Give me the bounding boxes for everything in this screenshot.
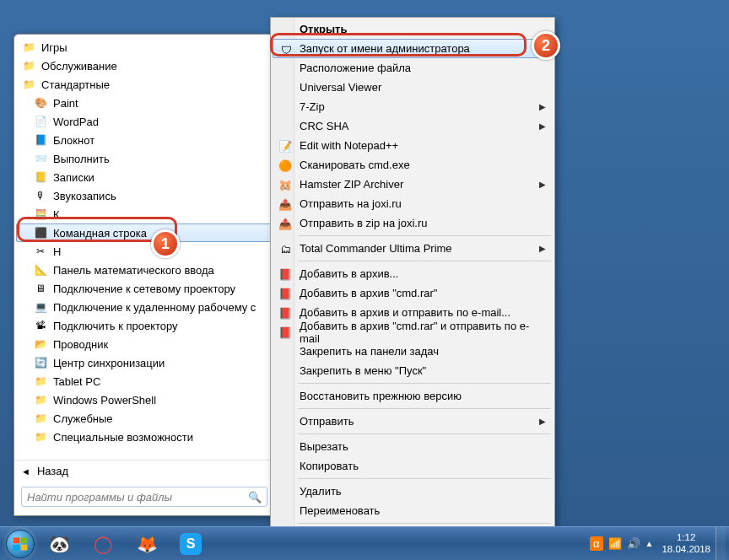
context-menu-item[interactable]: 🗂Total Commander Ultima Prime▶ <box>273 239 553 258</box>
taskbar-app-panda[interactable]: 🐼 <box>38 529 80 559</box>
context-menu-separator <box>298 408 551 409</box>
context-menu-item[interactable]: 📕Добавить в архив... <box>273 264 553 283</box>
start-menu-program[interactable]: 🖥Подключение к сетевому проектору <box>16 279 273 298</box>
svg-rect-1 <box>21 537 28 543</box>
context-menu-item-label: Добавить в архив "cmd.rar" и отправить п… <box>300 320 537 345</box>
start-menu-program[interactable]: 📨Выполнить <box>16 149 273 168</box>
program-icon: 💻 <box>33 300 48 314</box>
program-label: Проводник <box>53 338 108 351</box>
context-menu-item[interactable]: Universal Viewer <box>273 78 553 97</box>
context-menu-item-label: Отправить в zip на joxi.ru <box>300 217 428 229</box>
program-label: Подключение к удаленному рабочему с <box>53 301 256 314</box>
start-menu-program[interactable]: 📄WordPad <box>16 112 273 131</box>
context-menu-item[interactable]: Копировать <box>273 456 553 476</box>
folder-icon: 📁 <box>21 40 36 54</box>
submenu-arrow-icon: ▶ <box>539 102 546 111</box>
context-menu-item-label: Копировать <box>300 460 359 472</box>
program-label: Командная строка <box>53 227 147 240</box>
tray-network-icon[interactable]: 📶 <box>608 537 622 550</box>
context-menu-item[interactable]: Переименовать <box>273 501 553 520</box>
context-menu-item-label: Удалить <box>300 485 342 498</box>
start-menu-program[interactable]: 📘Блокнот <box>16 131 273 149</box>
svg-rect-2 <box>14 544 20 550</box>
context-menu-item-icon: 📕 <box>278 267 293 282</box>
context-menu-item[interactable]: 🐹Hamster ZIP Archiver▶ <box>273 175 553 194</box>
opera-icon: ◯ <box>91 532 115 556</box>
context-menu-item[interactable]: 📤Отправить в zip на joxi.ru <box>273 213 553 233</box>
context-menu-item[interactable]: 📕Добавить в архив "cmd.rar" и отправить … <box>273 322 553 342</box>
context-menu-item[interactable]: Закрепить в меню "Пуск" <box>273 361 553 380</box>
start-menu-program[interactable]: ⬛Командная строка <box>16 223 273 242</box>
svg-rect-0 <box>14 537 20 543</box>
context-menu-item[interactable]: CRC SHA▶ <box>273 116 553 136</box>
program-label: Записки <box>53 171 94 184</box>
context-menu-item[interactable]: Вырезать <box>273 437 553 456</box>
back-button[interactable]: ◄ Назад <box>14 460 274 482</box>
start-menu-program[interactable]: 🧮К <box>16 205 273 223</box>
program-icon: 📂 <box>33 337 48 351</box>
start-menu-folder[interactable]: 📁Служебные <box>16 409 273 428</box>
start-menu-folder[interactable]: 📁Игры <box>16 38 273 57</box>
context-menu-item-label: Добавить в архив и отправить по e-mail..… <box>300 306 510 319</box>
context-menu-item-label: Edit with Notepad++ <box>300 139 398 152</box>
context-menu-item[interactable]: 🛡Запуск от имени администратора <box>273 39 553 58</box>
context-menu-item[interactable]: 7-Zip▶ <box>273 97 553 116</box>
show-desktop-button[interactable] <box>716 527 726 561</box>
folder-icon: 📁 <box>21 78 36 91</box>
taskbar-app-skype[interactable]: S <box>170 529 212 559</box>
context-menu-item[interactable]: Удалить <box>273 482 553 501</box>
context-menu-item[interactable]: Отправить▶ <box>273 412 553 431</box>
context-menu-item[interactable]: 📝Edit with Notepad++ <box>273 136 553 155</box>
start-menu-folder[interactable]: 📁Обслуживание <box>16 57 273 75</box>
tray-volume-icon[interactable]: 🔊 <box>627 537 640 550</box>
context-menu-item[interactable]: Открыть <box>273 19 553 39</box>
program-label: Подключение к сетевому проектору <box>53 283 235 295</box>
taskbar-app-firefox[interactable]: 🦊 <box>126 529 168 559</box>
program-icon: ⬛ <box>33 226 48 240</box>
folder-label: Игры <box>41 41 68 54</box>
context-menu-item-label: Расположение файла <box>300 62 411 74</box>
start-menu-program[interactable]: 🎙Звукозапись <box>16 186 273 205</box>
start-menu-program[interactable]: 💻Подключение к удаленному рабочему с <box>16 298 273 316</box>
tray-clock[interactable]: 1:12 18.04.2018 <box>662 532 710 556</box>
program-label: Подключить к проектору <box>53 320 178 332</box>
program-label: Paint <box>53 97 78 110</box>
start-menu-program[interactable]: 🔄Центр синхронизации <box>16 353 273 372</box>
start-menu-program[interactable]: 📽Подключить к проектору <box>16 316 273 335</box>
tray-chevron-icon[interactable]: ▲ <box>645 539 654 548</box>
start-menu-program[interactable]: 📐Панель математического ввода <box>16 261 273 279</box>
tray-avast-icon[interactable]: α <box>590 536 603 551</box>
context-menu-item-label: Открыть <box>300 23 347 35</box>
context-menu-item-label: Universal Viewer <box>300 81 381 94</box>
program-icon: 📄 <box>33 115 48 128</box>
context-menu-separator <box>298 478 551 479</box>
start-menu-program[interactable]: 📂Проводник <box>16 335 273 353</box>
context-menu-item[interactable]: 📕Добавить в архив "cmd.rar" <box>273 283 553 303</box>
taskbar-app-opera[interactable]: ◯ <box>82 529 124 559</box>
start-menu-program[interactable]: ✂Н <box>16 242 273 261</box>
start-menu-program[interactable]: 🎨Paint <box>16 94 273 112</box>
context-menu-item-icon: 🐹 <box>278 177 293 192</box>
context-menu-item-icon: 📕 <box>278 325 293 340</box>
folder-label: Windows PowerShell <box>53 394 156 407</box>
context-menu-item[interactable]: Расположение файла <box>273 58 553 78</box>
program-label: Н <box>53 245 61 258</box>
start-menu-folder[interactable]: 📁Windows PowerShell <box>16 390 273 409</box>
start-menu-folder[interactable]: 📁Tablet PC <box>16 372 273 390</box>
context-menu-item[interactable]: 🟠Сканировать cmd.exe <box>273 155 553 175</box>
folder-icon: 📁 <box>33 374 48 388</box>
svg-rect-3 <box>21 544 28 550</box>
context-menu-item[interactable]: Восстановить прежнюю версию <box>273 386 553 406</box>
program-label: Центр синхронизации <box>53 357 165 369</box>
start-button[interactable] <box>3 527 37 561</box>
start-menu: 📁Игры📁Обслуживание📁Стандартные 🎨Paint📄Wo… <box>14 34 275 516</box>
start-menu-folder[interactable]: 📁Стандартные <box>16 75 273 94</box>
context-menu-item[interactable]: Закрепить на панели задач <box>273 342 553 361</box>
context-menu-item[interactable]: 📤Отправить на joxi.ru <box>273 194 553 213</box>
taskbar: 🐼 ◯ 🦊 S α 📶 🔊 ▲ 1:12 18.04.2018 <box>0 526 729 560</box>
start-menu-folder[interactable]: 📁Специальные возможности <box>16 428 273 446</box>
program-label: Панель математического ввода <box>53 264 214 277</box>
search-input[interactable]: Найти программы и файлы 🔍 <box>21 487 267 507</box>
back-arrow-icon: ◄ <box>21 466 30 477</box>
start-menu-program[interactable]: 📒Записки <box>16 168 273 186</box>
